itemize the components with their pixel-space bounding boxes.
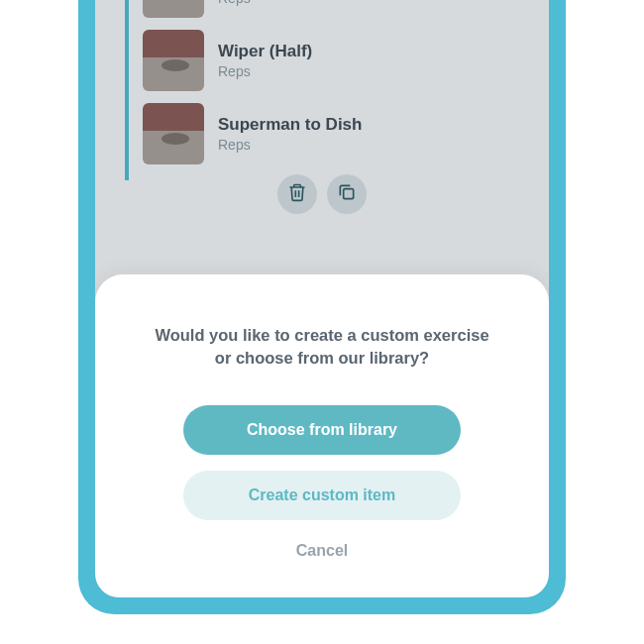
sheet-title-line1: Would you like to create a custom exerci… [155, 326, 488, 344]
cancel-button[interactable]: Cancel [123, 542, 521, 560]
sheet-title-line2: or choose from our library? [215, 349, 429, 367]
phone-frame: Squat (Touch Down w/ Reach) Reps Wiper (… [78, 0, 566, 614]
create-custom-item-button[interactable]: Create custom item [183, 471, 461, 520]
phone-screen: Squat (Touch Down w/ Reach) Reps Wiper (… [95, 0, 549, 597]
sheet-title: Would you like to create a custom exerci… [123, 324, 521, 370]
choose-from-library-button[interactable]: Choose from library [183, 405, 461, 455]
bottom-sheet: Would you like to create a custom exerci… [95, 274, 549, 597]
